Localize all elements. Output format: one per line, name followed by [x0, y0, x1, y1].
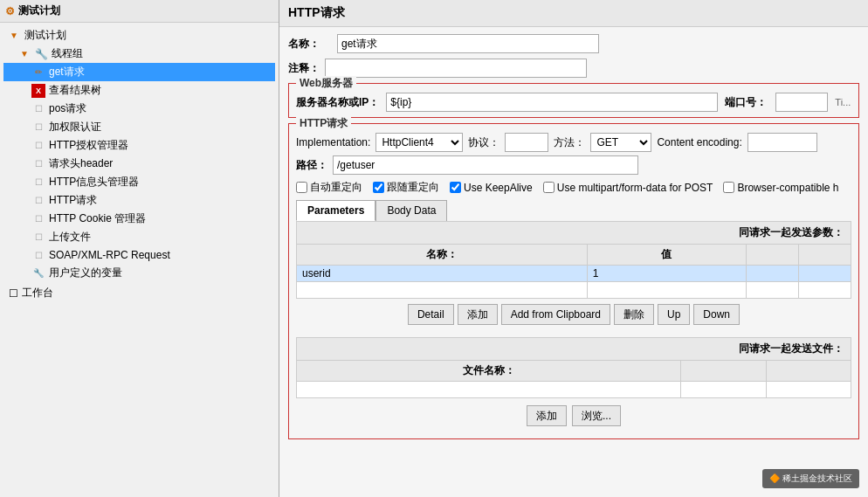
- name-label: 名称：: [288, 37, 332, 52]
- file-col-header: 文件名称：: [297, 361, 681, 382]
- file-browse-button[interactable]: 浏览...: [572, 405, 621, 426]
- checkbox-row: 自动重定向 跟随重定向 Use KeepAlive Use multipart/…: [296, 180, 851, 195]
- port-label: 端口号：: [725, 95, 768, 110]
- tree-item-http-info-label: HTTP信息头管理器: [49, 175, 139, 190]
- param-include-cell: [799, 266, 851, 282]
- tree-item-header-label: 请求头header: [49, 156, 113, 171]
- tree-item-get-request[interactable]: ✏ get请求: [3, 63, 275, 81]
- browser-compat-label[interactable]: Browser-compatible h: [723, 182, 838, 194]
- param-name-cell: userid: [297, 266, 588, 282]
- table-row[interactable]: userid 1: [297, 266, 851, 282]
- tab-body-data[interactable]: Body Data: [375, 200, 447, 221]
- down-button[interactable]: Down: [693, 304, 740, 325]
- file-table: 文件名称：: [296, 360, 851, 398]
- tree-item-thread-group-icon: 🔧: [35, 48, 48, 60]
- tree-item-pos-label: pos请求: [49, 101, 86, 116]
- upload-icon: ☐: [31, 231, 45, 245]
- name-input[interactable]: [337, 34, 599, 53]
- protocol-label: 协议：: [468, 135, 499, 150]
- tree-item-header[interactable]: ☐ 请求头header: [3, 155, 275, 173]
- file-param-header: [766, 361, 851, 382]
- auth-icon: ☐: [31, 121, 45, 135]
- tree-item-pos-request[interactable]: ☐ pos请求: [3, 100, 275, 118]
- param-value-cell: 1: [587, 266, 746, 282]
- tree-item-test-plan-label: 测试计划: [24, 28, 66, 43]
- path-input[interactable]: [333, 155, 638, 175]
- plan-icon: ⚙: [5, 5, 15, 17]
- col-encode-header: [747, 245, 799, 266]
- workbench-label: 工作台: [22, 286, 53, 300]
- keep-alive-label[interactable]: Use KeepAlive: [450, 182, 533, 194]
- tree-item-auth[interactable]: ☐ 加权限认证: [3, 118, 275, 136]
- params-btn-row: Detail 添加 Add from Clipboard 删除 Up Down: [296, 299, 851, 330]
- workbench-item[interactable]: ☐ 工作台: [3, 284, 275, 302]
- port-input[interactable]: [775, 93, 828, 112]
- detail-button[interactable]: Detail: [408, 304, 454, 325]
- tree-item-upload-label: 上传文件: [49, 230, 91, 245]
- tree-item-cookie-label: HTTP Cookie 管理器: [49, 211, 146, 226]
- tree-item-soap[interactable]: ☐ SOAP/XML-RPC Request: [3, 246, 275, 264]
- form-area: 名称： 注释： Web服务器 服务器名称或IP： 端口号： Ti...: [279, 27, 868, 497]
- thread-icon: ▼: [17, 47, 31, 61]
- header-icon: ☐: [31, 157, 45, 171]
- col-name-header: 名称：: [297, 245, 588, 266]
- user-vars-icon: 🔧: [31, 266, 45, 280]
- tree-item-thread-group-label: 线程组: [52, 46, 83, 61]
- file-row-empty: [297, 382, 851, 398]
- name-row: 名称：: [288, 34, 859, 53]
- tree-item-test-plan[interactable]: ▼ 测试计划: [3, 26, 275, 45]
- multipart-checkbox[interactable]: [543, 182, 555, 193]
- auto-redirect-checkbox[interactable]: [296, 182, 307, 193]
- tree-item-thread-group[interactable]: ▼ 🔧 线程组: [3, 45, 275, 63]
- watermark: 🔶 稀土掘金技术社区: [762, 469, 859, 488]
- multipart-label[interactable]: Use multipart/form-data for POST: [543, 182, 713, 194]
- server-input[interactable]: [386, 93, 718, 112]
- tree-item-http-info[interactable]: ☐ HTTP信息头管理器: [3, 173, 275, 191]
- params-title: 同请求一起发送参数：: [296, 221, 851, 244]
- param-encode-cell: [747, 266, 799, 282]
- file-section: 同请求一起发送文件： 文件名称：: [296, 337, 851, 433]
- left-panel-header: ⚙ 测试计划: [0, 0, 279, 23]
- follow-redirect-label[interactable]: 跟随重定向: [373, 180, 439, 195]
- impl-select[interactable]: HttpClient4 HttpClient3.1 Java: [375, 133, 463, 152]
- pos-icon: ☐: [31, 102, 45, 116]
- tree-item-http-auth[interactable]: ☐ HTTP授权管理器: [3, 136, 275, 155]
- encoding-input[interactable]: [747, 133, 817, 152]
- encoding-label: Content encoding:: [657, 136, 741, 148]
- delete-button[interactable]: 删除: [614, 304, 654, 325]
- panel-title: HTTP请求: [279, 0, 868, 27]
- tab-parameters[interactable]: Parameters: [296, 200, 375, 221]
- up-button[interactable]: Up: [658, 304, 690, 325]
- plan-icon: ▼: [7, 29, 21, 43]
- browser-compat-checkbox[interactable]: [723, 182, 734, 193]
- file-mime-header: [681, 361, 766, 382]
- add-button[interactable]: 添加: [458, 304, 498, 325]
- protocol-input[interactable]: [505, 133, 548, 152]
- path-row: 路径：: [296, 155, 851, 175]
- keep-alive-checkbox[interactable]: [450, 182, 461, 193]
- tree-item-http-request[interactable]: ☐ HTTP请求: [3, 191, 275, 210]
- http-auth-icon: ☐: [31, 139, 45, 153]
- assertion-icon: X: [31, 84, 45, 98]
- tree-item-get-request-label: get请求: [49, 65, 85, 79]
- auto-redirect-label[interactable]: 自动重定向: [296, 180, 362, 195]
- follow-redirect-checkbox[interactable]: [373, 182, 384, 193]
- add-clipboard-button[interactable]: Add from Clipboard: [501, 304, 610, 325]
- impl-label: Implementation:: [296, 136, 370, 148]
- file-section-title: 同请求一起发送文件：: [296, 337, 851, 360]
- file-add-button[interactable]: 添加: [527, 405, 567, 426]
- col-value-header: 值: [587, 245, 746, 266]
- timeout-label: Ti...: [835, 97, 851, 107]
- tree-item-user-vars[interactable]: 🔧 用户定义的变量: [3, 264, 275, 282]
- tree-item-upload[interactable]: ☐ 上传文件: [3, 228, 275, 246]
- tree-item-cookie[interactable]: ☐ HTTP Cookie 管理器: [3, 210, 275, 228]
- tree-item-assertion-results[interactable]: X 查看结果树: [3, 81, 275, 100]
- method-select[interactable]: GET POST PUT DELETE: [590, 133, 651, 152]
- watermark-icon: 🔶: [769, 473, 780, 483]
- left-panel: ⚙ 测试计划 ▼ 测试计划 ▼ 🔧 线程组 ✏ get请求 X 查看结果树: [0, 0, 279, 497]
- note-input[interactable]: [325, 59, 587, 78]
- tree-item-assertion-label: 查看结果树: [49, 83, 101, 98]
- workbench-icon: ☐: [9, 287, 18, 300]
- get-request-icon: ✏: [31, 66, 45, 79]
- left-panel-title: 测试计划: [18, 3, 60, 18]
